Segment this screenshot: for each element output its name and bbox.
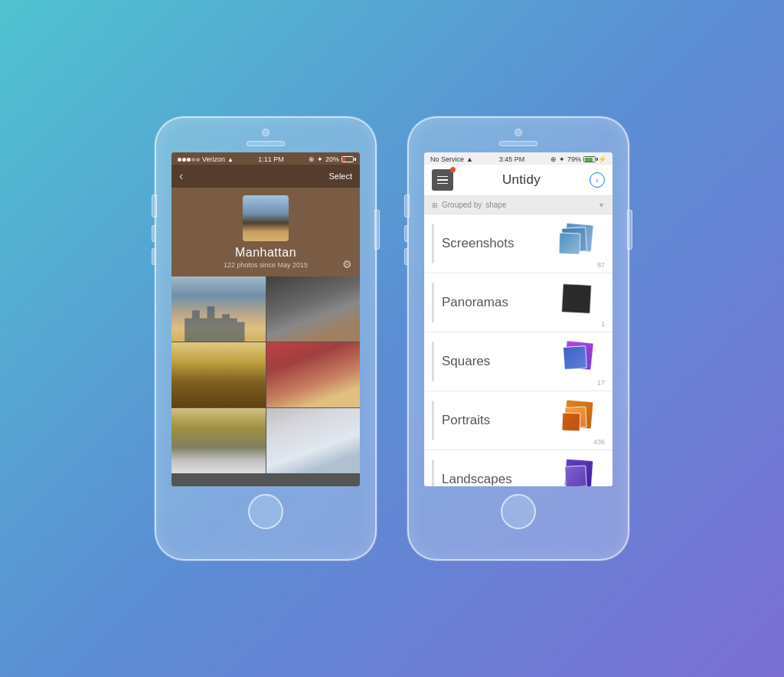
- left-battery-label: 20%: [325, 155, 339, 163]
- photo-cell-5[interactable]: [172, 408, 266, 473]
- category-border-panoramas: [432, 283, 434, 322]
- right-status-bar: No Service ▲ 3:45 PM ⊕ ✦ 79% ⚡: [424, 152, 612, 165]
- photo-cell-1[interactable]: [172, 276, 266, 342]
- left-home-button[interactable]: [248, 494, 283, 529]
- album-title: Manhattan: [235, 246, 296, 260]
- right-wifi-icon: ▲: [466, 155, 473, 163]
- category-name-landscapes: Landscapes: [442, 472, 553, 486]
- left-phone: Verizon ▲ 1:11 PM ⊕ ✦ 20% ‹ Select: [155, 116, 377, 561]
- left-battery-icon: [341, 156, 354, 162]
- panoramas-thumbstack: [553, 283, 593, 319]
- photo-cell-3[interactable]: [172, 342, 266, 407]
- squares-thumb-2: [563, 345, 587, 370]
- category-item-screenshots[interactable]: Screenshots 87: [424, 214, 612, 273]
- left-phone-speaker: [247, 141, 285, 146]
- bluetooth-icon: ✦: [317, 155, 323, 163]
- photo-cell-4[interactable]: [266, 342, 361, 407]
- portraits-count: 436: [593, 438, 605, 446]
- portraits-thumb-3: [562, 413, 581, 432]
- right-home-button[interactable]: [501, 494, 536, 529]
- landscapes-thumbstack: [553, 460, 593, 486]
- thumbnail-image: [243, 195, 289, 241]
- category-name-panoramas: Panoramas: [442, 295, 553, 310]
- screenshots-count: 87: [597, 261, 605, 269]
- group-by-bar[interactable]: ⊞ Grouped by shape ▼: [424, 196, 612, 214]
- category-thumb-squares: [553, 342, 599, 381]
- album-subtitle: 122 photos since May 2015: [224, 261, 308, 269]
- category-item-panoramas[interactable]: Panoramas 1: [424, 273, 612, 332]
- category-thumb-portraits: [553, 401, 599, 440]
- right-phone-camera: [514, 129, 522, 136]
- right-status-right: ⊕ ✦ 79% ⚡: [550, 155, 606, 163]
- right-screen-content: No Service ▲ 3:45 PM ⊕ ✦ 79% ⚡: [424, 152, 612, 486]
- gear-icon[interactable]: ⚙: [342, 258, 352, 270]
- right-phone-screen: No Service ▲ 3:45 PM ⊕ ✦ 79% ⚡: [424, 152, 612, 486]
- right-bluetooth-icon: ✦: [559, 155, 565, 163]
- back-button[interactable]: ‹: [179, 169, 183, 183]
- group-by-value: shape: [485, 201, 506, 209]
- category-thumb-landscapes: [553, 460, 599, 486]
- right-status-left: No Service ▲: [430, 155, 473, 163]
- hamburger-button[interactable]: [432, 169, 453, 191]
- select-button[interactable]: Select: [328, 172, 352, 181]
- wifi-icon: ▲: [227, 156, 234, 163]
- squares-thumbstack: [553, 342, 593, 378]
- no-service-label: No Service: [430, 155, 464, 163]
- nav-title: Untidy: [459, 172, 583, 188]
- chevron-right-icon: ›: [596, 176, 598, 185]
- category-list: Screenshots 87 Panoramas: [424, 214, 612, 486]
- signal-dot-3: [187, 158, 191, 162]
- signal-dot-5: [196, 158, 200, 162]
- charging-icon: ⚡: [598, 155, 606, 163]
- left-screen-content: Verizon ▲ 1:11 PM ⊕ ✦ 20% ‹ Select: [172, 152, 360, 486]
- category-name-squares: Squares: [442, 354, 553, 369]
- carrier-label: Verizon: [202, 155, 225, 163]
- left-status-right: ⊕ ✦ 20%: [309, 155, 354, 163]
- right-nav: Untidy ›: [424, 165, 612, 196]
- landscapes-thumb-2: [564, 465, 586, 486]
- screenshots-thumbstack: [553, 224, 593, 260]
- nav-chevron-button[interactable]: ›: [590, 172, 605, 188]
- left-phone-camera: [262, 129, 270, 136]
- category-name-screenshots: Screenshots: [442, 236, 553, 251]
- category-item-portraits[interactable]: Portraits 436: [424, 391, 612, 450]
- category-border-screenshots: [432, 224, 434, 263]
- group-icon: ⊞: [432, 201, 438, 209]
- category-border-portraits: [432, 401, 434, 440]
- signal-dot-4: [191, 158, 195, 162]
- right-phone: No Service ▲ 3:45 PM ⊕ ✦ 79% ⚡: [407, 116, 629, 561]
- category-item-landscapes[interactable]: Landscapes: [424, 450, 612, 486]
- photo-cell-6[interactable]: [266, 408, 361, 473]
- left-status-bar: Verizon ▲ 1:11 PM ⊕ ✦ 20%: [172, 152, 360, 165]
- squares-count: 17: [597, 379, 605, 387]
- right-battery-icon: [583, 156, 596, 162]
- right-battery-label: 79%: [567, 155, 581, 163]
- photo-cell-2[interactable]: [266, 276, 361, 342]
- hamburger-line-2: [437, 179, 448, 181]
- screenshot-thumb-3: [559, 233, 581, 255]
- portraits-thumbstack: [553, 401, 593, 437]
- photo-grid: [172, 276, 360, 486]
- group-by-label: Grouped by: [442, 201, 482, 209]
- right-phone-speaker: [499, 141, 537, 146]
- left-battery-fill: [343, 158, 345, 162]
- hamburger-line-3: [437, 183, 448, 185]
- right-location-icon: ⊕: [550, 155, 557, 163]
- left-nav: ‹ Select: [172, 165, 360, 188]
- signal-dots: [178, 158, 200, 162]
- dropdown-arrow-icon: ▼: [598, 201, 605, 209]
- category-border-squares: [432, 342, 434, 381]
- right-battery-fill: [585, 158, 593, 162]
- category-name-portraits: Portraits: [442, 413, 553, 428]
- panoramas-count: 1: [601, 320, 605, 328]
- album-thumbnail: [243, 195, 289, 241]
- signal-dot-2: [182, 158, 186, 162]
- hamburger-line-1: [437, 176, 448, 178]
- category-thumb-panoramas: [553, 283, 599, 322]
- location-icon: ⊕: [309, 155, 315, 163]
- category-item-squares[interactable]: Squares 17: [424, 332, 612, 391]
- signal-dot-1: [178, 158, 181, 162]
- category-border-landscapes: [432, 460, 434, 486]
- right-time: 3:45 PM: [499, 155, 525, 163]
- album-header: Manhattan 122 photos since May 2015 ⚙: [172, 188, 360, 276]
